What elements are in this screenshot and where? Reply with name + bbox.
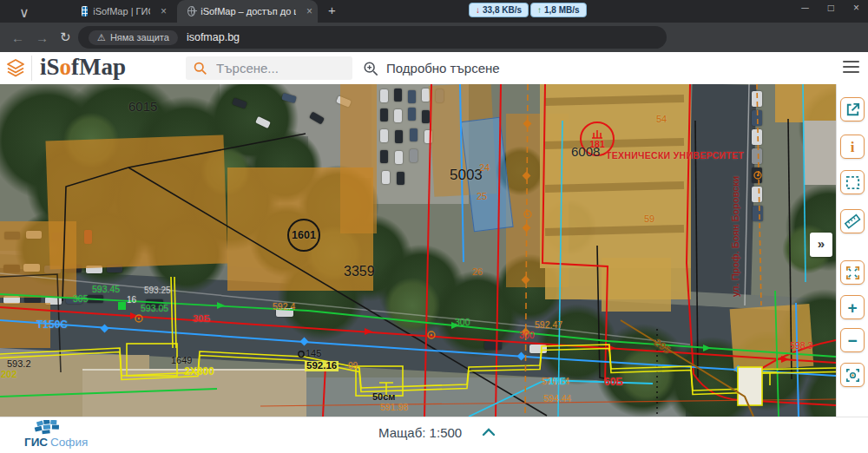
map-label-6015: 6015 (128, 100, 157, 113)
scale-label: Мащаб: 1:500 (378, 425, 462, 440)
map-canvas[interactable]: 6015 1601 3359 5003 181 6008 ТЕХНИЧЕСКИ … (0, 84, 836, 417)
upload-arrow-icon: ↑ (537, 5, 542, 15)
advanced-search-label: Подробно търсене (386, 61, 500, 76)
network-speed-widget: ↓33,8 KB/s ↑1,8 MB/s (469, 3, 587, 17)
minimize-button[interactable]: ─ (801, 2, 809, 14)
address-bar: ← → ↻ ⚠ Няма защита isofmap.bg ★ 0 ⋮ (0, 23, 868, 52)
scale-collapse-chevron-icon[interactable] (481, 426, 496, 438)
marquee-icon (845, 174, 861, 191)
back-button[interactable]: ← (11, 30, 24, 45)
map-label-3359: 3359 (344, 265, 375, 279)
gis-sofia-brand: ГИССофия (24, 436, 88, 449)
zoom-out-button[interactable]: − (840, 328, 865, 352)
map-label-elev-59345: 593.45 (92, 285, 120, 294)
info-icon: i (851, 140, 855, 154)
parcel-1601-marker: 1601 (287, 219, 320, 252)
map-label-elev-59216: 592.16 (305, 361, 339, 371)
globe-favicon (187, 6, 195, 16)
map-label-elev-5924: 592.4 (273, 302, 295, 312)
map-label-6008: 6008 (571, 145, 600, 158)
maximize-button[interactable]: □ (828, 2, 834, 14)
map-label-1601: 1601 (292, 230, 316, 241)
security-badge[interactable]: ⚠ Няма защита (89, 30, 178, 45)
brand-light: София (50, 436, 88, 449)
footer-bar: ГИССофия Мащаб: 1:500 (0, 417, 868, 453)
minus-icon: − (847, 332, 857, 349)
browser-tab-2-active[interactable]: iSofMap – достъп до цифрови × (177, 0, 318, 23)
menu-button[interactable] (843, 61, 859, 76)
map-label-54: 54 (656, 115, 667, 124)
select-area-button[interactable] (840, 170, 865, 194)
expand-toolbar-button[interactable]: » (810, 233, 832, 257)
map-label-1649: 1649 (171, 356, 192, 365)
map-label-59: 59 (644, 214, 654, 224)
map-label-university: ТЕХНИЧЕСКИ УНИВЕРСИТЕТ (606, 151, 744, 161)
search-box[interactable] (186, 56, 352, 80)
layers-icon[interactable] (5, 57, 28, 80)
map-label-5003: 5003 (450, 167, 483, 182)
map-label-145: 145 (306, 349, 321, 358)
tab-search-chevron-icon[interactable]: ∨ (19, 4, 35, 18)
security-label: Няма защита (110, 32, 169, 43)
upload-speed-badge: ↑1,8 MB/s (530, 3, 587, 17)
tab-strip: ∨ iSofMap | ГИС София × iSofMap – достъп… (0, 0, 868, 23)
map-lines-overlay (0, 84, 836, 417)
locate-button[interactable] (840, 363, 865, 387)
gis-sofia-favicon (82, 6, 88, 16)
map-label-09: 09 (348, 362, 358, 371)
measure-button[interactable] (840, 209, 865, 233)
map-label-elev-59444: 594.44 (543, 394, 571, 404)
gis-sofia-logo-icon (24, 420, 64, 436)
map-label-16: 16 (127, 296, 136, 305)
plus-icon: + (847, 299, 857, 316)
map-label-elev-5932: 593.2 (7, 359, 31, 369)
map-label-elev-5983: 598.3 (790, 341, 812, 351)
open-external-icon (845, 102, 861, 118)
map-label-305: 305 (73, 294, 89, 304)
upload-speed-value: 1,8 MB/s (544, 5, 580, 15)
url-bar[interactable]: ⚠ Няма защита isofmap.bg (78, 26, 667, 49)
map-label-30b: 30Б (193, 314, 210, 324)
ruler-icon (844, 213, 861, 230)
map-label-t150c: Т150С (36, 319, 68, 330)
tab-title: iSofMap – достъп до цифрови (201, 6, 296, 16)
locate-icon (845, 367, 861, 384)
header-divider (31, 56, 32, 81)
map-label-elev-59325: 593.25 (144, 286, 171, 295)
map-label-25: 25 (477, 192, 487, 201)
map-label-elev-59198: 591.98 (380, 403, 408, 412)
reload-button[interactable]: ↻ (60, 30, 71, 45)
zoom-extent-button[interactable] (840, 260, 865, 285)
url-text: isofmap.bg (187, 31, 240, 43)
full-extent-icon (845, 265, 861, 281)
tab-close-icon[interactable]: × (155, 5, 172, 17)
download-arrow-icon: ↓ (476, 5, 480, 15)
new-tab-button[interactable]: + (328, 3, 336, 17)
download-speed-badge: ↓33,8 KB/s (469, 3, 529, 17)
tab-close-icon[interactable]: × (301, 5, 318, 17)
map-label-26: 26 (472, 267, 483, 277)
map-label-50cm: 50см (372, 392, 396, 402)
map-label-1tb: 1ТБ (549, 377, 567, 386)
search-icon (193, 61, 207, 76)
info-button[interactable]: i (840, 135, 865, 159)
map-toolbar: i + − (836, 84, 868, 417)
window-close-button[interactable]: × (853, 2, 859, 14)
advanced-search-button[interactable]: Подробно търсене (363, 56, 500, 80)
search-plus-icon (363, 61, 378, 76)
browser-window: ∨ iSofMap | ГИС София × iSofMap – достъп… (0, 0, 868, 453)
search-input[interactable] (214, 60, 345, 76)
browser-tab-1[interactable]: iSofMap | ГИС София × (73, 0, 172, 23)
forward-button[interactable]: → (36, 30, 49, 45)
map-label-300-green: 300 (455, 318, 470, 327)
export-map-button[interactable] (840, 97, 865, 121)
app-logo[interactable]: iSofMap (40, 54, 126, 81)
map-label-elev-59247: 592.47 (535, 320, 562, 330)
map-label-24: 24 (479, 163, 490, 173)
warning-icon: ⚠ (97, 32, 106, 43)
app-header: iSofMap Подробно търсене (0, 52, 868, 84)
monument-icon (591, 129, 603, 140)
zoom-in-button[interactable]: + (840, 295, 865, 319)
map-label-300-red: 300 (519, 331, 535, 340)
map-label-elev-59305: 593.05 (141, 304, 168, 313)
